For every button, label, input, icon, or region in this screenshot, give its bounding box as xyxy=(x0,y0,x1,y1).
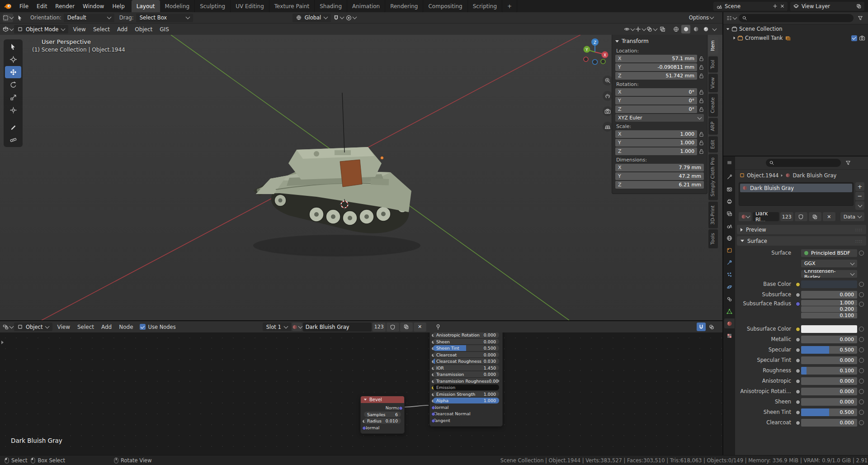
tab-texture[interactable] xyxy=(724,331,735,341)
property-slider[interactable]: 0.000 xyxy=(801,336,857,343)
factor-socket-dot[interactable] xyxy=(796,348,800,352)
tab-physics[interactable] xyxy=(724,282,735,292)
ortho-toggle-button[interactable] xyxy=(603,122,613,132)
transform-orientation-dropdown[interactable]: Global xyxy=(292,14,331,22)
navigation-gizmo[interactable]: Z Y X xyxy=(580,37,610,67)
rotate-tool[interactable] xyxy=(5,79,21,91)
factor-socket-dot[interactable] xyxy=(796,400,800,404)
editor-type-button[interactable] xyxy=(726,14,736,23)
properties-search-input[interactable] xyxy=(766,159,841,167)
sidebar-tab[interactable]: 3D-Print xyxy=(708,202,718,228)
options-button[interactable]: Options xyxy=(689,14,713,22)
surface-shader-button[interactable]: Principled BSDF xyxy=(801,249,857,257)
color-socket-dot[interactable] xyxy=(796,282,800,287)
shading-material-button[interactable] xyxy=(691,25,700,33)
editor-type-button[interactable] xyxy=(3,25,13,33)
emission-color-swatch[interactable]: Emission xyxy=(433,384,499,390)
unlink-scene-icon[interactable] xyxy=(780,4,784,8)
animate-decorator[interactable] xyxy=(859,292,864,297)
radius-field[interactable]: Radius 0.010 xyxy=(364,418,401,424)
material-name-field[interactable]: Dark Bluish Gray xyxy=(303,323,372,332)
shading-solid-button[interactable] xyxy=(681,25,690,33)
overlays-button[interactable] xyxy=(646,25,657,33)
socket-vector-input[interactable] xyxy=(431,419,435,423)
drag-dropdown[interactable]: Select Box xyxy=(136,14,193,22)
transform-panel-header[interactable]: Transform xyxy=(615,36,704,46)
tab-scene[interactable] xyxy=(724,221,735,231)
scene-selector[interactable]: Scene xyxy=(713,2,788,11)
factor-socket-dot[interactable] xyxy=(796,410,800,415)
sidebar-tab[interactable]: Simply Cloth Pro xyxy=(708,154,718,200)
bevel-node[interactable]: Bevel Normal Samples 6 xyxy=(360,396,405,434)
view-layer-selector[interactable]: View Layer xyxy=(790,2,864,11)
shader-menu-item[interactable]: Select xyxy=(74,324,98,330)
tab-modifiers[interactable] xyxy=(724,257,735,267)
lock-icon[interactable] xyxy=(699,98,704,104)
radius-z-field[interactable]: 0.100 xyxy=(801,313,857,318)
filter-button[interactable] xyxy=(856,14,865,23)
tank-model[interactable] xyxy=(253,93,420,256)
pan-button[interactable] xyxy=(603,91,613,101)
workspace-tab[interactable]: Rendering xyxy=(385,0,423,12)
show-gizmo-button[interactable] xyxy=(624,25,634,33)
bevel-node-header[interactable]: Bevel xyxy=(361,396,404,403)
lock-icon[interactable] xyxy=(699,148,704,154)
browse-material-button[interactable] xyxy=(292,323,302,331)
sidebar-tab[interactable]: Tool xyxy=(708,56,718,72)
camera-view-button[interactable] xyxy=(603,106,613,116)
shader-menu-item[interactable]: View xyxy=(53,324,73,330)
orientation-dropdown[interactable]: Default xyxy=(64,14,114,22)
bsdf-slider[interactable]: Clearcoat 0.000 xyxy=(433,352,499,358)
cursor-tool[interactable] xyxy=(5,53,21,66)
dimension-field[interactable]: X 7.79 mm xyxy=(615,164,704,171)
rotation-field[interactable]: Y 0° xyxy=(615,97,697,104)
socket-normal-output[interactable] xyxy=(399,406,403,410)
property-slider[interactable]: 0.000 xyxy=(801,356,857,364)
unlink-material-button[interactable]: ✕ xyxy=(414,323,426,332)
outliner-row-cromwell-tank[interactable]: Cromwell Tank xyxy=(723,33,868,43)
preview-panel-header[interactable]: Preview :::: xyxy=(737,225,866,234)
bsdf-slider[interactable]: Transmission Roughness 0.000 xyxy=(433,378,499,384)
viewport-menu-item[interactable]: Add xyxy=(113,26,131,33)
tab-view-layer[interactable] xyxy=(724,209,735,218)
radius-y-field[interactable]: 0.200 xyxy=(801,306,857,312)
tweak-tool-icon[interactable] xyxy=(15,14,24,22)
distribution-dropdown[interactable]: GGX xyxy=(801,260,857,267)
outliner-search-input[interactable] xyxy=(739,14,854,22)
expand-icon[interactable] xyxy=(726,28,729,30)
property-slider[interactable]: 0.500 xyxy=(801,346,857,354)
shading-rendered-button[interactable] xyxy=(701,25,710,33)
tab-constraints[interactable] xyxy=(724,294,735,304)
add-slot-button[interactable]: + xyxy=(855,182,864,191)
vector-socket-dot[interactable] xyxy=(796,302,800,306)
gizmos-button[interactable] xyxy=(635,25,646,33)
pin-button[interactable] xyxy=(434,323,443,331)
workspace-tab[interactable]: Scripting xyxy=(468,0,502,12)
material-slot-selected[interactable]: Dark Bluish Gray xyxy=(740,184,852,192)
shader-menu-item[interactable]: Node xyxy=(115,324,137,330)
subsurface-color-swatch[interactable] xyxy=(801,325,857,333)
menubar-item[interactable]: Window xyxy=(79,0,108,12)
zoom-button[interactable] xyxy=(603,76,613,85)
material-users-button[interactable]: 123 xyxy=(780,212,793,221)
viewport-menu-item[interactable]: Select xyxy=(90,26,113,33)
animate-decorator[interactable] xyxy=(859,347,864,352)
bsdf-slider[interactable]: Clearcoat Roughness 0.030 xyxy=(433,358,499,364)
animate-decorator[interactable] xyxy=(859,368,864,373)
animate-decorator[interactable] xyxy=(859,251,864,256)
rotation-field[interactable]: X 0° xyxy=(615,88,697,96)
property-slider[interactable]: 0.000 xyxy=(801,377,857,385)
select-box-tool[interactable] xyxy=(5,41,21,53)
scale-field[interactable]: X 1.000 xyxy=(615,130,697,138)
active-tool-icon[interactable] xyxy=(3,14,13,22)
copy-view-layer-icon[interactable] xyxy=(856,4,861,9)
property-slider[interactable]: 0.000 xyxy=(801,388,857,395)
fake-user-button[interactable] xyxy=(387,323,399,332)
region-expand-icon[interactable] xyxy=(1,341,4,344)
socket-vector-input[interactable] xyxy=(431,406,435,410)
scale-tool[interactable] xyxy=(5,91,21,104)
lock-icon[interactable] xyxy=(699,106,704,112)
tab-render[interactable] xyxy=(724,184,735,194)
proportional-editing-button[interactable] xyxy=(346,14,356,22)
rotation-field[interactable]: Z 0° xyxy=(615,105,697,113)
